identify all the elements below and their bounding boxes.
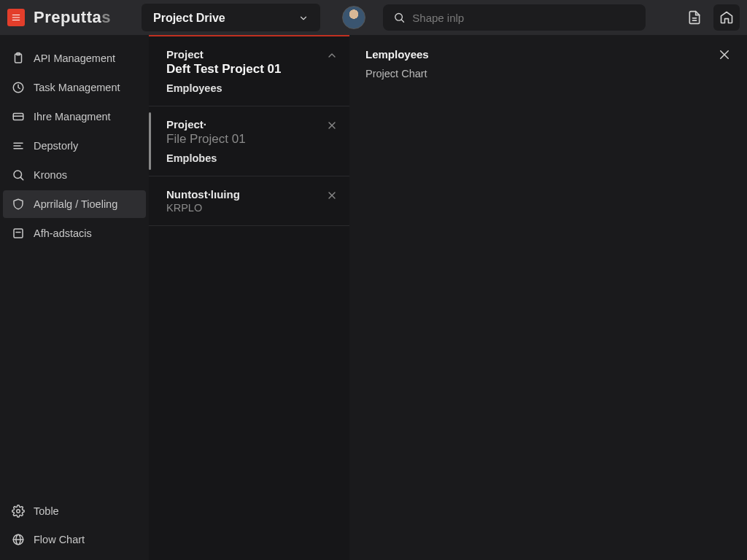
sidebar-item-label: Toble xyxy=(34,505,59,517)
sidebar-item-label: Ihre Managment xyxy=(34,111,111,122)
project-card-subtitle: Employees xyxy=(166,82,335,94)
project-selector-label: Project Drive xyxy=(153,12,225,25)
sidebar-item-aprrilalg-tioeling[interactable]: Aprrilalg / Tioeling xyxy=(3,190,146,218)
project-card-subtitle: KRPLO xyxy=(166,202,335,214)
sidebar-item-label: Task Management xyxy=(34,82,120,93)
close-icon[interactable] xyxy=(326,120,338,131)
detail-panel: Lemployees Project Chart xyxy=(349,35,747,560)
sidebar-item-label: Flow Chart xyxy=(34,534,85,545)
project-card-title: File Project 01 xyxy=(166,132,335,147)
chevron-up-icon[interactable] xyxy=(326,50,338,61)
project-card-eyebrow: Project xyxy=(166,48,335,61)
sidebar-item-ihre-management[interactable]: Ihre Managment xyxy=(3,103,146,131)
document-button[interactable] xyxy=(681,4,708,31)
card-icon xyxy=(12,110,25,123)
sidebar-item-toble[interactable]: Toble xyxy=(3,497,146,525)
sidebar-item-afh-adstacis[interactable]: Afh-adstacis xyxy=(3,219,146,247)
detail-panel-title: Lemployees xyxy=(365,48,429,61)
clipboard-icon xyxy=(12,52,25,65)
sidebar-item-label: Aprrilalg / Tioeling xyxy=(34,198,117,210)
project-card-eyebrow: Nuntost·lıuing xyxy=(166,188,335,201)
square-icon xyxy=(12,227,25,240)
search-icon xyxy=(393,11,406,24)
sidebar-item-label: API Management xyxy=(34,52,115,64)
search-input[interactable] xyxy=(412,12,635,24)
app-logo-mark xyxy=(7,9,25,26)
project-card[interactable]: Project· File Project 01 Emplobes xyxy=(149,106,349,176)
svg-line-4 xyxy=(401,20,403,22)
svg-line-16 xyxy=(20,177,23,179)
sidebar-item-label: Depstorly xyxy=(34,140,78,152)
gear-icon xyxy=(12,505,25,518)
project-card-subtitle: Emplobes xyxy=(166,152,335,164)
sidebar: API Management Task Management Ihre Mana… xyxy=(0,35,149,560)
shield-icon xyxy=(12,198,25,211)
sidebar-item-api-management[interactable]: API Management xyxy=(3,44,146,72)
globe-icon xyxy=(12,533,25,546)
app-logo-text: Preputtas xyxy=(34,8,111,27)
project-card-title: Deft Test Project 01 xyxy=(166,62,335,77)
search-box[interactable] xyxy=(383,4,646,31)
sidebar-item-label: Kronos xyxy=(34,169,67,181)
sidebar-item-flow-chart[interactable]: Flow Chart xyxy=(3,526,146,553)
detail-panel-subtitle: Project Chart xyxy=(365,68,429,79)
close-icon[interactable] xyxy=(718,48,731,61)
search-icon xyxy=(12,168,25,182)
svg-point-19 xyxy=(17,510,20,513)
sidebar-item-task-management[interactable]: Task Management xyxy=(3,74,146,101)
project-card[interactable]: Nuntost·lıuing KRPLO xyxy=(149,176,349,226)
project-list-panel: Project Deft Test Project 01 Employees P… xyxy=(149,35,349,560)
sidebar-item-depstorly[interactable]: Depstorly xyxy=(3,132,146,160)
project-card-eyebrow: Project· xyxy=(166,118,335,131)
user-avatar[interactable] xyxy=(342,6,365,29)
chevron-down-icon xyxy=(298,13,309,23)
sidebar-item-kronos[interactable]: Kronos xyxy=(3,161,146,189)
home-button[interactable] xyxy=(713,4,740,31)
svg-rect-17 xyxy=(14,229,23,238)
lines-icon xyxy=(12,139,25,152)
project-card[interactable]: Project Deft Test Project 01 Employees xyxy=(149,36,349,106)
close-icon[interactable] xyxy=(326,190,338,201)
project-selector-dropdown[interactable]: Project Drive xyxy=(142,4,320,31)
app-header: Preputtas Project Drive xyxy=(0,0,747,35)
clock-icon xyxy=(12,81,25,94)
sidebar-item-label: Afh-adstacis xyxy=(34,228,92,239)
